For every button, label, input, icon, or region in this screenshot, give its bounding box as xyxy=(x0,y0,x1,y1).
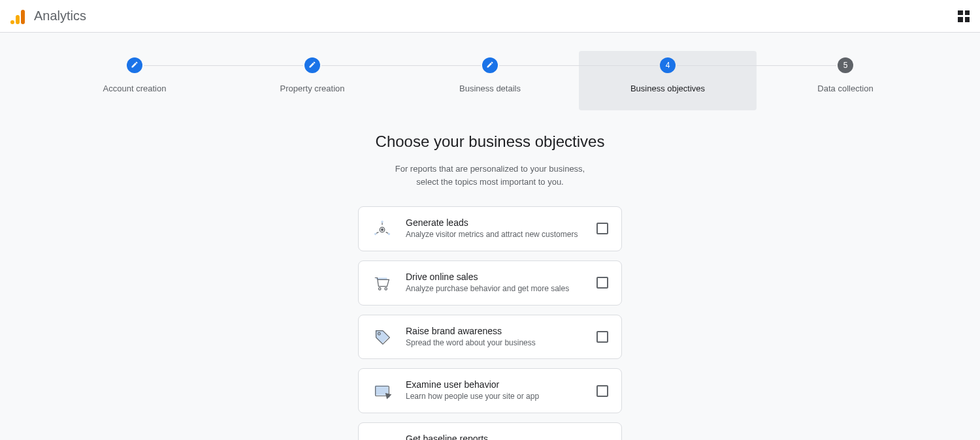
step-badge-current: 4 xyxy=(660,57,676,73)
step-property-creation[interactable]: Property creation xyxy=(223,51,401,110)
main-content: Choose your business objectives For repo… xyxy=(0,133,980,440)
page-title: Choose your business objectives xyxy=(0,133,980,151)
objective-checkbox[interactable] xyxy=(596,277,608,289)
objective-card-raise-brand-awareness[interactable]: Raise brand awareness Spread the word ab… xyxy=(358,315,622,360)
objective-desc: Analyze visitor metrics and attract new … xyxy=(406,229,583,240)
step-number: 4 xyxy=(666,61,670,70)
step-business-objectives[interactable]: 4 Business objectives xyxy=(579,51,757,110)
objective-title: Generate leads xyxy=(406,217,583,228)
analytics-logo-icon xyxy=(10,8,26,24)
pencil-icon xyxy=(486,61,494,71)
objective-title: Examine user behavior xyxy=(406,379,583,390)
leads-icon xyxy=(372,218,393,239)
objective-title: Get baseline reports xyxy=(406,433,583,440)
step-label: Property creation xyxy=(223,84,401,93)
svg-point-3 xyxy=(375,234,376,235)
screen-click-icon xyxy=(372,381,393,401)
objective-desc: Spread the word about your business xyxy=(406,338,583,349)
step-badge-done xyxy=(304,57,320,73)
objective-card-get-baseline-reports[interactable]: Get baseline reports Multiple types of r… xyxy=(358,422,622,440)
step-badge-pending: 5 xyxy=(838,57,853,73)
objective-checkbox[interactable] xyxy=(596,223,608,234)
google-apps-icon[interactable] xyxy=(958,10,970,22)
objective-desc: Learn how people use your site or app xyxy=(406,391,583,402)
step-account-creation[interactable]: Account creation xyxy=(46,51,223,110)
svg-point-6 xyxy=(379,288,381,290)
step-badge-done xyxy=(482,57,498,73)
logo-wrap: Analytics xyxy=(10,8,86,24)
step-data-collection: 5 Data collection xyxy=(757,51,934,110)
step-label: Account creation xyxy=(46,84,223,93)
objective-checkbox[interactable] xyxy=(596,385,608,397)
pencil-icon xyxy=(308,61,316,71)
objective-card-examine-user-behavior[interactable]: Examine user behavior Learn how people u… xyxy=(358,368,622,413)
step-label: Data collection xyxy=(757,84,934,93)
product-name: Analytics xyxy=(34,8,86,24)
svg-point-7 xyxy=(385,288,387,290)
objective-title: Drive online sales xyxy=(406,272,583,282)
setup-stepper: Account creation Property creation Busin… xyxy=(0,33,980,110)
step-badge-done xyxy=(127,57,142,73)
step-label: Business objectives xyxy=(579,84,757,93)
objective-checkbox[interactable] xyxy=(596,331,608,343)
objective-title: Raise brand awareness xyxy=(406,326,583,336)
svg-point-2 xyxy=(382,221,383,223)
content-area: Account creation Property creation Busin… xyxy=(0,33,980,440)
svg-point-1 xyxy=(382,229,384,231)
svg-point-4 xyxy=(388,234,389,235)
cart-icon xyxy=(372,272,393,293)
step-number: 5 xyxy=(843,61,848,70)
step-business-details[interactable]: Business details xyxy=(401,51,579,110)
page-subtitle: For reports that are personalized to you… xyxy=(372,163,608,188)
objective-cards: Generate leads Analyze visitor metrics a… xyxy=(0,206,980,440)
step-label: Business details xyxy=(401,84,579,93)
objective-desc: Analyze purchase behavior and get more s… xyxy=(406,283,583,294)
app-header: Analytics xyxy=(0,0,980,33)
objective-card-generate-leads[interactable]: Generate leads Analyze visitor metrics a… xyxy=(358,206,622,251)
pencil-icon xyxy=(131,61,139,71)
objective-card-drive-online-sales[interactable]: Drive online sales Analyze purchase beha… xyxy=(358,260,622,306)
tag-icon xyxy=(372,326,393,347)
